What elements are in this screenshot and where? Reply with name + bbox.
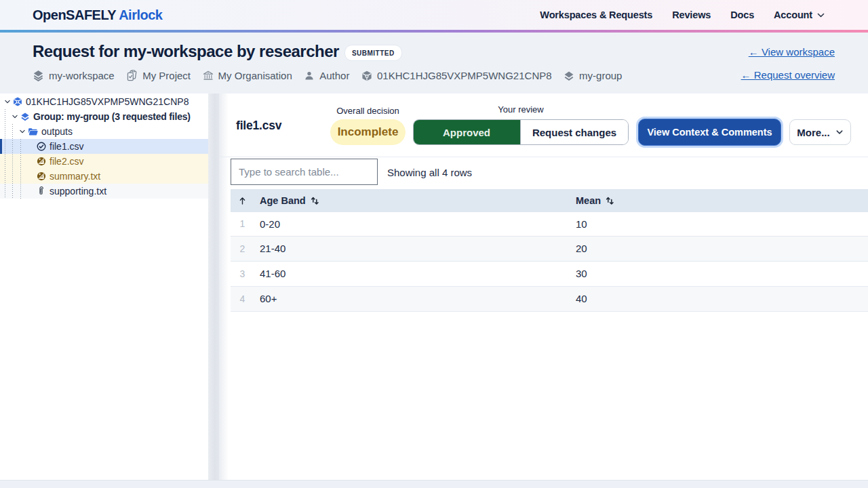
view-context-button[interactable]: View Context & Comments bbox=[638, 119, 781, 146]
your-review-label: Your review bbox=[413, 104, 629, 115]
index-sort-header[interactable] bbox=[231, 189, 254, 212]
chevron-down-icon[interactable] bbox=[19, 128, 26, 135]
brand-main: OpenSAFELY bbox=[33, 7, 116, 22]
chevron-down-icon bbox=[835, 128, 844, 136]
file-content-panel: file1.csv Overall decision Incomplete Yo… bbox=[219, 94, 868, 480]
page-title: Request for my-workspace by researcher bbox=[33, 42, 339, 61]
meta-author: Author bbox=[304, 70, 349, 81]
chevron-down-icon bbox=[816, 11, 825, 20]
tree-item-request-root[interactable]: 01KHC1HJG85VXPMP5WNG21CNP8 bbox=[0, 94, 208, 109]
tree-indent-guide bbox=[12, 124, 13, 199]
tree-item-file1[interactable]: file1.csv bbox=[0, 139, 208, 154]
paperclip-icon bbox=[37, 186, 46, 196]
table-search-input[interactable] bbox=[231, 159, 378, 185]
file-tree: 01KHC1HJG85VXPMP5WNG21CNP8 Group: my-gro… bbox=[0, 94, 208, 199]
meta-group: my-group bbox=[564, 70, 622, 81]
file-header: file1.csv Overall decision Incomplete Yo… bbox=[219, 94, 868, 157]
cube-icon bbox=[361, 70, 372, 81]
brand-sub: Airlock bbox=[119, 7, 162, 22]
table-row: 4 60+ 40 bbox=[231, 286, 868, 311]
overall-decision-badge: Incomplete bbox=[330, 119, 406, 145]
layers-icon bbox=[20, 112, 30, 121]
review-button-group: Approved Request changes bbox=[413, 119, 629, 145]
request-changes-button[interactable]: Request changes bbox=[521, 120, 628, 144]
tree-item-summary[interactable]: summary.txt bbox=[0, 169, 208, 184]
tree-item-supporting[interactable]: supporting.txt bbox=[0, 184, 208, 199]
layers-2-icon bbox=[564, 70, 574, 81]
table-row: 1 0-20 10 bbox=[231, 212, 868, 236]
approved-button[interactable]: Approved bbox=[413, 119, 521, 145]
cube-icon bbox=[13, 97, 22, 106]
nav-item-workspaces[interactable]: Workspaces & Requests bbox=[540, 9, 652, 20]
file-title: file1.csv bbox=[236, 119, 281, 133]
meta-project: My Project bbox=[126, 70, 191, 81]
meta-organisation: My Organisation bbox=[203, 70, 292, 81]
sort-icon[interactable] bbox=[606, 197, 614, 205]
nav-links: Workspaces & Requests Reviews Docs Accou… bbox=[540, 9, 825, 20]
clipboard-check-icon bbox=[126, 70, 138, 81]
nav-item-reviews[interactable]: Reviews bbox=[672, 9, 711, 20]
data-table: Age Band Mean 1 0-20 1 bbox=[231, 189, 868, 312]
footer-strip bbox=[0, 480, 868, 488]
brand-logo[interactable]: OpenSAFELY Airlock bbox=[33, 7, 162, 23]
meta-request-id: 01KHC1HJG85VXPMP5WNG21CNP8 bbox=[361, 70, 552, 81]
tree-item-group[interactable]: Group: my-group (3 requested files) bbox=[0, 109, 208, 124]
chevron-down-icon[interactable] bbox=[4, 98, 11, 105]
tree-indent-guide bbox=[20, 139, 21, 199]
top-nav: OpenSAFELY Airlock Workspaces & Requests… bbox=[0, 0, 868, 30]
table-row: 3 41-60 30 bbox=[231, 261, 868, 286]
bank-icon bbox=[203, 70, 214, 81]
layers-3-icon bbox=[33, 70, 44, 81]
status-badge: SUBMITTED bbox=[344, 45, 402, 61]
sidebar-resize-handle[interactable] bbox=[208, 94, 219, 480]
table-header-row: Age Band Mean bbox=[231, 189, 868, 212]
request-overview-link[interactable]: ← Request overview bbox=[741, 69, 835, 81]
nav-item-account[interactable]: Account bbox=[774, 9, 825, 20]
tree-item-outputs[interactable]: outputs bbox=[0, 124, 208, 139]
pen-circle-icon bbox=[37, 171, 46, 181]
age-band-column-header[interactable]: Age Band bbox=[254, 189, 570, 212]
request-header: Request for my-workspace by researcher S… bbox=[0, 33, 868, 94]
mean-column-header[interactable]: Mean bbox=[570, 189, 868, 212]
file-tree-sidebar: 01KHC1HJG85VXPMP5WNG21CNP8 Group: my-gro… bbox=[0, 94, 208, 480]
meta-workspace: my-workspace bbox=[33, 70, 115, 81]
nav-item-docs[interactable]: Docs bbox=[730, 9, 754, 20]
pen-circle-icon bbox=[37, 157, 46, 166]
rows-count-info: Showing all 4 rows bbox=[387, 167, 472, 178]
sort-icon[interactable] bbox=[311, 197, 319, 205]
overall-decision-label: Overall decision bbox=[330, 106, 406, 116]
table-row: 2 21-40 20 bbox=[231, 236, 868, 261]
sort-ascending-icon bbox=[238, 197, 247, 205]
tree-indent-guide bbox=[5, 109, 5, 199]
view-workspace-link[interactable]: ← View workspace bbox=[749, 46, 835, 58]
more-button[interactable]: More... bbox=[789, 119, 851, 145]
chevron-down-icon[interactable] bbox=[12, 113, 18, 120]
folder-open-icon bbox=[28, 127, 38, 137]
check-circle-icon bbox=[37, 142, 46, 151]
tree-item-file2[interactable]: file2.csv bbox=[0, 154, 208, 169]
person-icon bbox=[304, 70, 315, 81]
